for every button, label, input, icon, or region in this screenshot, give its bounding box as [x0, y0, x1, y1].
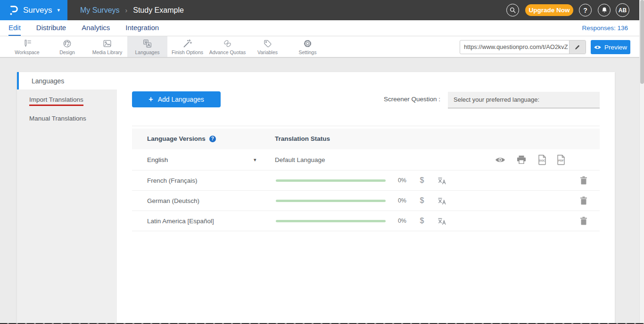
toolbar-label: Advance Quotas [209, 49, 246, 55]
topbar: Surveys ▾ My Surveys › Study Example Upg… [0, 0, 644, 20]
help-button[interactable]: ? [579, 4, 592, 16]
paid-translation-icon[interactable]: $ [418, 191, 426, 211]
chevron-down-icon[interactable]: ▾ [254, 149, 256, 170]
toolbar-item-variables[interactable]: Variables [248, 36, 288, 57]
toolbar-item-advance-quotas[interactable]: Advance Quotas [207, 36, 248, 57]
printer-icon [517, 155, 526, 164]
language-name: French (Français) [147, 170, 198, 190]
variables-icon [263, 39, 272, 49]
preview-language-button[interactable] [495, 149, 505, 170]
toolbar-item-media-library[interactable]: Media Library [87, 36, 127, 57]
scrollbar-thumb[interactable] [640, 0, 644, 84]
languages-panel: Languages Import Translations Manual Tra… [17, 72, 615, 324]
edit-url-button[interactable] [569, 40, 586, 54]
doc-file-icon: DOC [537, 154, 547, 165]
paid-translation-icon[interactable]: $ [418, 170, 426, 190]
edit-toolbar: Workspace Design [0, 36, 644, 58]
screener-question-select[interactable]: Select your preferred language: [448, 92, 600, 108]
design-icon [62, 39, 72, 49]
notifications-button[interactable] [598, 4, 611, 16]
table-header: Language Versions ? Translation Status [132, 129, 600, 149]
avatar[interactable]: AB [616, 3, 629, 17]
default-language-status: Default Language [275, 149, 325, 170]
download-doc-button[interactable]: DOC [537, 149, 547, 170]
survey-nav: Edit Distribute Analytics Integration Re… [0, 20, 644, 36]
translate-icon[interactable] [437, 191, 449, 211]
language-versions-help-icon[interactable]: ? [209, 136, 216, 142]
plus-icon: + [149, 95, 153, 104]
svg-text:DOC: DOC [539, 159, 545, 162]
toolbar-label: Design [59, 49, 75, 55]
sidebar-header-label: Languages [32, 77, 64, 85]
pencil-icon [574, 44, 581, 50]
sidebar-body: Import Translations Manual Translations [17, 89, 117, 324]
translation-progress-value: 0% [392, 211, 406, 231]
question-icon: ? [583, 7, 587, 14]
language-name: English [147, 149, 168, 170]
toolbar-item-languages[interactable]: Languages [127, 36, 167, 57]
languages-icon [142, 39, 152, 49]
tab-distribute[interactable]: Distribute [36, 20, 66, 36]
survey-url[interactable]: https://www.questionpro.com/t/AO2kvZ [460, 40, 569, 54]
toolbar-label: Languages [135, 49, 160, 55]
screener-question-label: Screener Question : [379, 96, 440, 103]
breadcrumb-my-surveys[interactable]: My Surveys [80, 6, 120, 15]
sidebar-item-import-translations[interactable]: Import Translations [29, 96, 83, 106]
upgrade-now-button[interactable]: Upgrade Now [525, 4, 573, 16]
toolbar-label: Settings [299, 49, 317, 55]
toolbar-label: Workspace [15, 49, 39, 55]
toolbar-item-finish-options[interactable]: Finish Options [167, 36, 207, 57]
search-button[interactable] [506, 4, 519, 16]
translation-progress-bar [276, 200, 386, 202]
product-switcher[interactable]: Surveys ▾ [0, 0, 67, 20]
download-pdf-button[interactable]: PDF [556, 149, 566, 170]
questionpro-logo [8, 4, 19, 16]
paid-translation-icon[interactable]: $ [418, 211, 426, 231]
survey-url-box: https://www.questionpro.com/t/AO2kvZ [460, 40, 586, 54]
workspace-icon [22, 39, 32, 49]
tab-edit[interactable]: Edit [8, 20, 21, 36]
languages-main: + Add Languages Screener Question : Sele… [117, 72, 615, 324]
translation-progress-bar [276, 179, 386, 182]
tab-integration[interactable]: Integration [125, 20, 159, 36]
add-languages-button[interactable]: + Add Languages [132, 91, 221, 107]
table-row-german: German (Deutsch) 0% $ [132, 191, 600, 211]
toolbar-label: Media Library [92, 49, 123, 55]
trash-icon [580, 196, 587, 205]
translate-icon[interactable] [437, 170, 449, 190]
preview-label: Preview [604, 44, 627, 51]
bell-icon [601, 7, 608, 14]
toolbar-item-workspace[interactable]: Workspace [7, 36, 47, 57]
responses-count[interactable]: Responses: 136 [582, 20, 628, 36]
toolbar-label: Variables [257, 49, 278, 55]
breadcrumb-current: Study Example [133, 6, 184, 15]
page-scrollbar[interactable] [639, 0, 644, 324]
toolbar-item-settings[interactable]: Settings [288, 36, 328, 57]
finish-options-icon [182, 39, 192, 49]
delete-language-button[interactable] [580, 170, 588, 190]
tab-analytics[interactable]: Analytics [82, 20, 110, 36]
language-name: Latin America [Español] [147, 211, 214, 231]
sidebar-item-manual-translations[interactable]: Manual Translations [29, 115, 86, 122]
language-name: German (Deutsch) [147, 191, 199, 211]
translate-icon[interactable] [437, 211, 449, 231]
eye-icon [495, 156, 505, 163]
pdf-file-icon: PDF [556, 154, 566, 165]
delete-language-button[interactable] [580, 211, 588, 231]
table-row-default-language: English ▾ Default Language [132, 149, 600, 170]
translation-progress-bar [276, 220, 386, 222]
preview-button[interactable]: Preview [591, 40, 630, 54]
delete-language-button[interactable] [580, 191, 588, 211]
search-icon [509, 7, 516, 14]
print-survey-button[interactable] [517, 149, 526, 170]
table-row-french: French (Français) 0% $ [132, 170, 600, 191]
toolbar-label: Finish Options [172, 49, 203, 55]
page-background: Languages Import Translations Manual Tra… [0, 58, 644, 324]
sidebar-item-languages[interactable]: Languages [17, 72, 117, 89]
breadcrumb: My Surveys › Study Example [80, 0, 184, 20]
questionpro-app: Surveys ▾ My Surveys › Study Example Upg… [0, 0, 644, 324]
languages-sidebar: Languages Import Translations Manual Tra… [17, 72, 117, 324]
toolbar-item-design[interactable]: Design [47, 36, 87, 57]
breadcrumb-separator-icon: › [125, 7, 128, 14]
eye-icon [594, 45, 601, 50]
